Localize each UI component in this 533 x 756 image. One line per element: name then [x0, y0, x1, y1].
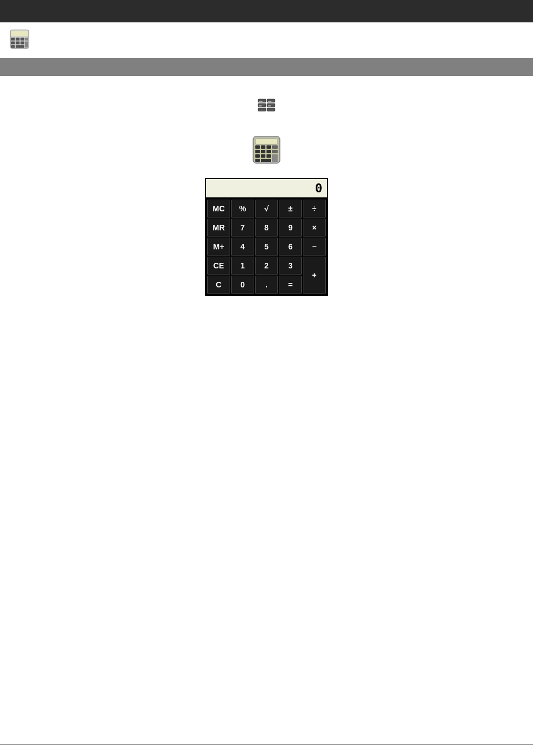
svg-rect-37: [255, 159, 260, 162]
btn-plusminus[interactable]: ±: [279, 200, 302, 218]
btn-4[interactable]: 4: [231, 238, 254, 256]
svg-text:+−: +−: [259, 100, 263, 103]
btn-divide[interactable]: ÷: [303, 200, 326, 218]
btn-1[interactable]: 1: [231, 257, 254, 275]
large-calc-icon: [252, 135, 281, 167]
svg-rect-28: [272, 145, 278, 149]
svg-rect-10: [11, 45, 15, 48]
header-area: [0, 22, 533, 58]
svg-rect-27: [266, 145, 271, 149]
svg-rect-11: [16, 45, 24, 48]
btn-7[interactable]: 7: [231, 219, 254, 237]
svg-rect-34: [261, 154, 265, 158]
btn-multiply[interactable]: ×: [303, 219, 326, 237]
svg-rect-33: [255, 154, 260, 158]
content-area: +− +− ×÷ ×÷: [0, 76, 533, 307]
svg-rect-5: [25, 38, 28, 41]
btn-3[interactable]: 3: [279, 257, 302, 275]
btn-8[interactable]: 8: [255, 219, 278, 237]
btn-5[interactable]: 5: [255, 238, 278, 256]
svg-rect-1: [11, 31, 28, 36]
btn-ce[interactable]: CE: [207, 257, 230, 275]
header-calc-icon: [8, 28, 31, 53]
btn-2[interactable]: 2: [255, 257, 278, 275]
btn-6[interactable]: 6: [279, 238, 302, 256]
calc-button-grid: MC % √ ± ÷ MR 7 8 9 × M+ 4 5 6 − CE 1 2 …: [206, 199, 327, 295]
svg-rect-29: [255, 150, 260, 153]
btn-plus[interactable]: +: [303, 257, 326, 294]
bottom-line: [0, 744, 533, 745]
svg-rect-25: [255, 145, 260, 149]
svg-rect-38: [261, 159, 271, 162]
btn-9[interactable]: 9: [279, 219, 302, 237]
svg-rect-2: [11, 38, 15, 41]
btn-dot[interactable]: .: [255, 276, 278, 294]
title-bar: [0, 0, 533, 22]
svg-rect-31: [266, 150, 271, 153]
svg-rect-36: [272, 154, 278, 162]
svg-rect-26: [261, 145, 265, 149]
svg-text:+−: +−: [268, 100, 272, 103]
calculator: 0 MC % √ ± ÷ MR 7 8 9 × M+ 4 5 6 − CE 1 …: [205, 178, 328, 296]
btn-percent[interactable]: %: [231, 200, 254, 218]
svg-rect-17: [267, 108, 275, 111]
svg-rect-3: [16, 38, 20, 41]
btn-mr[interactable]: MR: [207, 219, 230, 237]
btn-mc[interactable]: MC: [207, 200, 230, 218]
btn-0[interactable]: 0: [231, 276, 254, 294]
svg-rect-6: [11, 41, 15, 44]
btn-minus[interactable]: −: [303, 238, 326, 256]
svg-rect-24: [255, 139, 278, 144]
math-grid-icon: +− +− ×÷ ×÷: [258, 98, 275, 119]
section-bar: [0, 58, 533, 76]
calc-display: 0: [206, 179, 327, 199]
btn-equals[interactable]: =: [279, 276, 302, 294]
svg-text:×÷: ×÷: [259, 104, 263, 107]
svg-rect-4: [21, 38, 25, 41]
svg-rect-32: [272, 150, 278, 153]
svg-text:×÷: ×÷: [268, 104, 272, 107]
svg-rect-30: [261, 150, 265, 153]
svg-rect-8: [21, 41, 25, 44]
svg-rect-7: [16, 41, 20, 44]
btn-sqrt[interactable]: √: [255, 200, 278, 218]
btn-mplus[interactable]: M+: [207, 238, 230, 256]
svg-rect-9: [25, 41, 28, 48]
btn-c[interactable]: C: [207, 276, 230, 294]
svg-rect-16: [258, 108, 266, 111]
svg-rect-35: [266, 154, 271, 158]
